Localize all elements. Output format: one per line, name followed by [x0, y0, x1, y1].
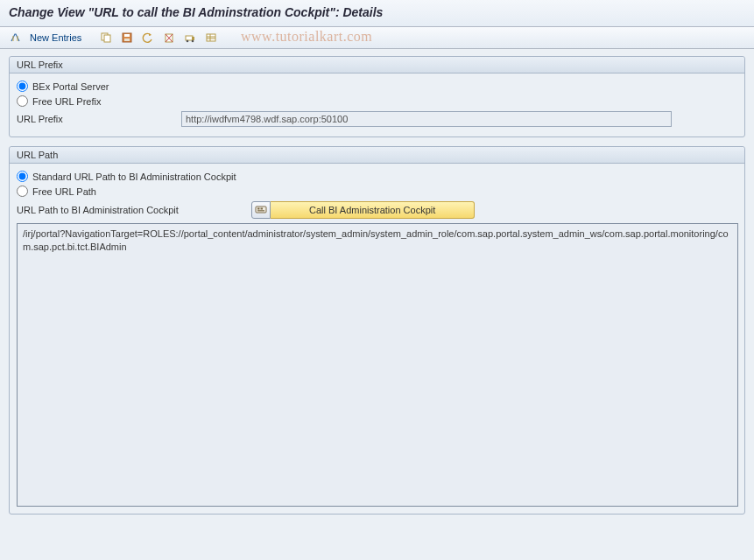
svg-rect-16 — [261, 208, 264, 210]
bex-portal-radio[interactable] — [17, 80, 28, 92]
free-url-prefix-radio[interactable] — [17, 95, 28, 107]
url-prefix-field-label: URL Prefix — [17, 114, 174, 124]
free-url-prefix-label: Free URL Prefix — [32, 96, 101, 107]
toggle-icon[interactable] — [7, 30, 25, 46]
url-path-field-label: URL Path to BI Administration Cockpit — [17, 205, 244, 215]
free-url-path-radio[interactable] — [17, 186, 28, 197]
standard-url-path-label: Standard URL Path to BI Administration C… — [32, 172, 236, 182]
content-area: URL Prefix BEx Portal Server Free URL Pr… — [0, 49, 754, 530]
table-view-icon[interactable] — [202, 30, 220, 46]
svg-rect-17 — [257, 210, 264, 211]
title-bar: Change View "URL to call the BI Adminstr… — [0, 0, 754, 27]
url-path-textarea[interactable]: /irj/portal?NavigationTarget=ROLES://por… — [17, 223, 738, 507]
url-prefix-group: URL Prefix BEx Portal Server Free URL Pr… — [9, 56, 745, 137]
delete-icon[interactable] — [160, 30, 178, 46]
url-prefix-input[interactable] — [181, 111, 672, 127]
undo-icon[interactable] — [139, 30, 157, 46]
page-title: Change View "URL to call the BI Adminstr… — [9, 5, 383, 19]
svg-rect-10 — [207, 34, 215, 41]
svg-point-8 — [187, 40, 189, 43]
toolbar: New Entries — [0, 27, 754, 49]
transport-icon[interactable] — [181, 30, 199, 46]
url-path-group: URL Path Standard URL Path to BI Adminis… — [9, 146, 745, 514]
cockpit-icon-button[interactable] — [251, 201, 271, 219]
save-icon[interactable] — [118, 30, 136, 46]
bex-portal-label: BEx Portal Server — [32, 81, 109, 92]
new-entries-button[interactable]: New Entries — [28, 32, 87, 43]
svg-rect-7 — [192, 37, 194, 40]
url-path-group-title: URL Path — [10, 147, 744, 164]
watermark-text: www.tutorialkart.com — [241, 29, 372, 45]
svg-rect-3 — [124, 34, 130, 37]
url-prefix-group-title: URL Prefix — [10, 57, 744, 74]
svg-rect-4 — [124, 38, 130, 41]
free-url-path-label: Free URL Path — [32, 186, 96, 197]
svg-rect-6 — [186, 36, 193, 40]
standard-url-path-radio[interactable] — [17, 171, 28, 182]
call-bi-cockpit-button[interactable]: Call BI Administration Cockpit — [271, 201, 475, 219]
svg-rect-1 — [104, 35, 110, 42]
copy-icon[interactable] — [97, 30, 115, 46]
svg-point-9 — [192, 40, 194, 43]
svg-rect-15 — [257, 208, 260, 210]
